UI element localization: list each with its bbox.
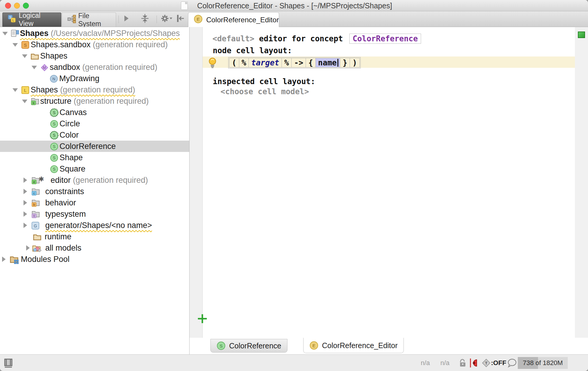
zoom-button[interactable]	[23, 3, 29, 9]
typesystem-status[interactable]: :OFF	[491, 355, 506, 371]
unlocked-padlock-icon[interactable]	[459, 355, 467, 371]
chevron-right-icon[interactable]	[23, 175, 29, 186]
svg-text:N: N	[52, 77, 55, 81]
svg-text:S: S	[53, 122, 55, 126]
expand-icon[interactable]	[123, 15, 130, 23]
chevron-down-icon[interactable]	[12, 39, 18, 50]
chevron-down-icon[interactable]	[12, 84, 18, 95]
bottom-tab-colorreference[interactable]: SColorReference	[210, 339, 287, 353]
svg-text:S: S	[53, 155, 55, 160]
editor-cell[interactable]: {	[306, 58, 316, 67]
tree-row-sandbox[interactable]: Msandbox (generation required)	[0, 62, 189, 73]
editor-cell[interactable]: %	[239, 58, 249, 67]
solution-icon: S	[21, 40, 29, 49]
editor-cell[interactable]: }	[340, 58, 350, 67]
tree-row-structure[interactable]: sstructure (generation required)	[0, 95, 189, 107]
highlighting-red-icon[interactable]	[469, 355, 478, 371]
tree-row-editor[interactable]: e✱editor (generation required)	[0, 175, 189, 186]
cell-layout-row[interactable]: (%target%->{name})	[228, 57, 361, 68]
tab-colorreference-editor[interactable]: E ColorReference_Editor	[188, 12, 279, 27]
tree-row-mydrawing[interactable]: NMyDrawing	[0, 73, 189, 84]
tree-row-circle[interactable]: SCircle	[0, 118, 189, 129]
tree-row-shapes-sandbox[interactable]: SShapes.sandbox (generation required)	[0, 39, 189, 50]
minimize-button[interactable]	[14, 3, 20, 9]
t-diamond-icon[interactable]: T	[481, 355, 491, 371]
hide-panel-icon[interactable]	[176, 14, 184, 24]
editor-header-line[interactable]: <default> editor for concept ColorRefere…	[212, 34, 421, 44]
toolwindow-toggle-icon[interactable]	[4, 355, 13, 371]
file-system-icon	[67, 15, 76, 25]
tree-row-color[interactable]: SColor	[0, 129, 189, 141]
tab-logical-view[interactable]: SL Logical View	[2, 12, 61, 27]
tree-item-label: Shapes.sandbox	[31, 40, 90, 49]
concept-icon: S	[50, 165, 58, 173]
tree-row-all-models[interactable]: all models	[0, 242, 189, 254]
chevron-right-icon[interactable]	[25, 242, 31, 254]
tree-row-canvas[interactable]: SCanvas	[0, 107, 189, 118]
choose-cell-model-cell[interactable]: <choose cell model>	[220, 87, 309, 96]
editor-gutter	[190, 27, 203, 338]
tree-item-suffix: (generation required)	[80, 63, 157, 72]
column-position: n/a	[440, 355, 450, 371]
concept-reference-cell[interactable]: ColorReference	[349, 34, 421, 44]
memory-label: 738 of 1820M	[518, 357, 568, 369]
tree-item-label: Circle	[60, 119, 80, 128]
chevron-down-icon[interactable]	[22, 50, 28, 62]
tree-row-generator-shapes-no-name-[interactable]: Ggenerator/Shapes/<no name>	[0, 220, 189, 231]
settings-gear-icon[interactable]	[161, 14, 173, 24]
editor-panel: <default> editor for concept ColorRefere…	[190, 27, 588, 354]
tree-row-shape[interactable]: SShape	[0, 152, 189, 163]
tree-row-runtime[interactable]: runtime	[0, 231, 189, 242]
editor-aspect-icon: E	[309, 341, 318, 350]
collapse-all-icon[interactable]	[140, 14, 149, 24]
memory-indicator[interactable]: 738 of 1820M	[518, 357, 568, 369]
tree-item-label: all models	[45, 243, 82, 252]
tree-item-label: behavior	[45, 198, 76, 207]
editor-cell[interactable]: ->	[291, 58, 306, 67]
editor-cell[interactable]: target	[248, 58, 282, 67]
tree-item-label: runtime	[45, 232, 71, 241]
chevron-right-icon[interactable]	[23, 208, 29, 220]
tree-row-shapes[interactable]: Shapes (/Users/vaclav/MPSProjects/Shapes	[0, 28, 189, 39]
chevron-down-icon[interactable]	[2, 28, 8, 39]
bottom-tab-colorreference_editor[interactable]: EColorReference_Editor	[303, 338, 404, 353]
speech-bubble-icon[interactable]	[507, 355, 517, 371]
tree-item-label: Shape	[60, 153, 83, 162]
editor-cell[interactable]: )	[350, 58, 360, 67]
tree-item-label: generator/Shapes/<no name>	[45, 221, 152, 230]
tree-row-shapes[interactable]: Shapes	[0, 50, 189, 62]
chevron-right-icon[interactable]	[23, 197, 29, 208]
svg-text:S: S	[53, 110, 55, 115]
tree-item-label: typesystem	[45, 210, 86, 218]
tree-row-modules-pool[interactable]: Modules Pool	[0, 254, 189, 265]
no-errors-green-square[interactable]	[578, 32, 585, 38]
inspected-cell-layout-label: inspected cell layout:	[213, 77, 315, 86]
chevron-down-icon[interactable]	[22, 95, 28, 107]
add-tab-button[interactable]	[197, 314, 207, 324]
editor-cell[interactable]: %	[282, 58, 292, 67]
close-button[interactable]	[5, 3, 11, 9]
lightbulb-icon[interactable]	[207, 57, 218, 70]
tree-row-shapes[interactable]: LShapes (generation required)	[0, 84, 189, 95]
tree-item-suffix: (generation required)	[71, 97, 149, 106]
tree-item-label: Shapes	[31, 85, 58, 94]
tree-row-typesystem[interactable]: ttypesystem	[0, 208, 189, 220]
tree-row-behavior[interactable]: bbehavior	[0, 197, 189, 208]
tab-file-system[interactable]: File System	[62, 12, 116, 27]
editor-cell[interactable]: (	[229, 58, 239, 67]
tree-row-constraints[interactable]: cconstraints	[0, 186, 189, 197]
chevron-down-icon[interactable]	[32, 62, 37, 73]
chevron-right-icon[interactable]	[23, 220, 29, 231]
concept-tab-icon: S	[217, 341, 226, 350]
selected-cell-name[interactable]: name	[315, 58, 340, 67]
concept-dashed-icon: S	[50, 108, 58, 117]
project-icon	[10, 29, 19, 37]
tree-item-label: structure	[40, 97, 71, 106]
svg-text:S: S	[53, 133, 55, 138]
tree-row-square[interactable]: SSquare	[0, 163, 189, 175]
chevron-right-icon[interactable]	[23, 186, 29, 197]
concept-icon: S	[50, 153, 58, 162]
tree-row-colorreference[interactable]: SColorReference	[0, 141, 189, 152]
toolbar-band: SL Logical View File System E ColorRefer…	[0, 11, 588, 27]
chevron-right-icon[interactable]	[1, 254, 7, 265]
